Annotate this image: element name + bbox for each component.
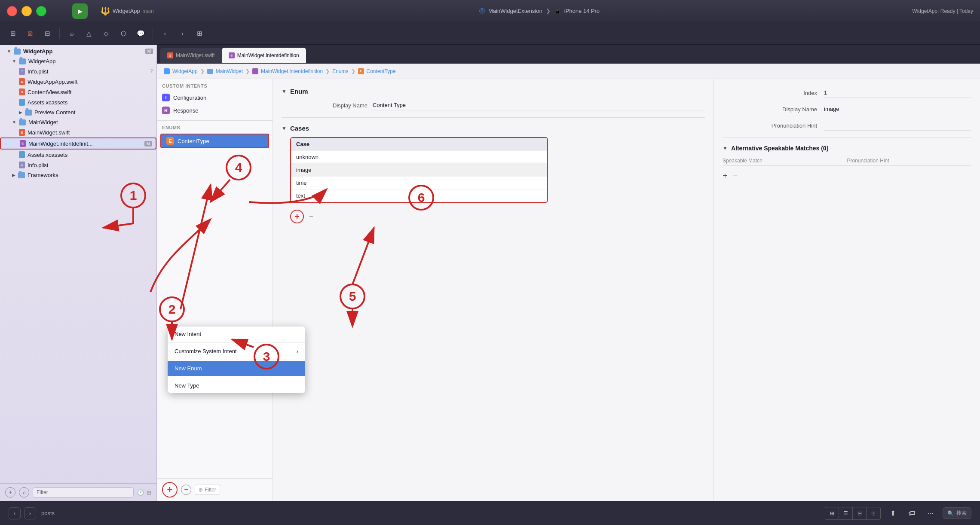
- add-enum-button[interactable]: +: [162, 482, 178, 498]
- share-button[interactable]: ⬆: [886, 507, 900, 520]
- detail-displayname-value[interactable]: image: [824, 104, 971, 114]
- sidebar-item-widgetapp-folder[interactable]: ▼ WidgetApp: [0, 56, 156, 66]
- case-image-row[interactable]: image: [291, 164, 547, 177]
- breadcrumb-widgetapp[interactable]: WidgetApp: [172, 68, 198, 74]
- folder-icon: [14, 49, 21, 55]
- minimize-button[interactable]: [21, 6, 32, 16]
- sidebar-item-root[interactable]: ▼ WidgetApp M: [0, 45, 156, 56]
- phone-icon: 📱: [554, 8, 561, 14]
- sidebar-toggle-button[interactable]: ⊞: [6, 27, 20, 40]
- add-file-button[interactable]: +: [5, 487, 15, 498]
- case-label: unknown: [296, 154, 318, 160]
- index-value[interactable]: 1: [824, 88, 971, 98]
- sidebar-item-preview-content[interactable]: ▶ Preview Content: [0, 107, 156, 117]
- sidebar-item-intentdefinition[interactable]: ◎ MainWidget.intentdefinit... M: [0, 137, 156, 150]
- clock-icon[interactable]: 🕐: [137, 489, 144, 496]
- dropdown-new-intent[interactable]: New Intent: [168, 327, 305, 342]
- dropdown-new-enum[interactable]: New Enum: [168, 361, 305, 376]
- filter-button[interactable]: ⊕ Filter: [195, 485, 220, 495]
- alt-minus-button[interactable]: −: [733, 171, 738, 181]
- remove-button[interactable]: −: [181, 485, 191, 495]
- alt-add-button[interactable]: +: [723, 171, 728, 181]
- run-button[interactable]: [72, 3, 88, 19]
- dropdown-new-type[interactable]: New Type: [168, 378, 305, 393]
- tag-button[interactable]: 🏷: [905, 507, 919, 520]
- panel-columns-btn[interactable]: ⊟: [853, 507, 867, 519]
- response-label: Response: [173, 107, 199, 114]
- bottom-nav-back[interactable]: ‹: [9, 507, 21, 519]
- sidebar-item-info-plist[interactable]: ☰ Info.plist ?: [0, 66, 156, 76]
- tab-mainwidget-swift[interactable]: S MainWidget.swift: [160, 48, 222, 63]
- case-header-label: Case: [296, 141, 309, 147]
- app-breadcrumb-icon: [164, 68, 170, 74]
- dropdown-item-label: New Type: [175, 382, 199, 389]
- sidebar-item-contentview-swift[interactable]: S ContentView.swift: [0, 87, 156, 97]
- sidebar-item-mainwidget-folder[interactable]: ▼ MainWidget: [0, 117, 156, 127]
- intent-left-panel: CUSTOM INTENTS I Configuration R Respons…: [157, 79, 273, 501]
- search-button[interactable]: ⌕: [65, 27, 79, 40]
- speech-button[interactable]: 💬: [134, 27, 147, 40]
- panel-detail-btn[interactable]: ⊡: [867, 507, 880, 519]
- breakpoint-button[interactable]: ◇: [99, 27, 113, 40]
- case-text-row[interactable]: text: [291, 189, 547, 202]
- nav-forward[interactable]: ›: [175, 27, 189, 40]
- nav-back[interactable]: ‹: [158, 27, 172, 40]
- dropdown-item-label: Customize System Intent: [175, 348, 237, 354]
- scheme-menu-button[interactable]: ⊟: [40, 27, 54, 40]
- breadcrumb-mainwidget[interactable]: MainWidget: [216, 68, 243, 74]
- badge-m: M: [145, 49, 153, 54]
- traffic-lights: [7, 6, 46, 16]
- collapse-alt-arrow[interactable]: ▼: [723, 145, 728, 151]
- breadcrumb-contenttype[interactable]: ContentType: [367, 68, 396, 74]
- dropdown-item-label: New Intent: [175, 331, 201, 337]
- display-name-value[interactable]: Content Type: [373, 100, 705, 110]
- more-button[interactable]: ···: [924, 507, 937, 520]
- panel-list-btn[interactable]: ☰: [839, 507, 853, 519]
- pronunciation-value[interactable]: [824, 120, 971, 131]
- maximize-button[interactable]: [36, 6, 46, 16]
- add-case-button[interactable]: +: [290, 210, 304, 223]
- bottom-nav-forward[interactable]: ›: [24, 507, 36, 519]
- cases-section-title: Cases: [290, 125, 309, 132]
- breadcrumb-intentdefinition[interactable]: MainWidget.intentdefinition: [261, 68, 323, 74]
- sidebar-item-frameworks[interactable]: ▶ Frameworks: [0, 170, 156, 180]
- cases-section-header: ▼ Cases: [282, 125, 705, 132]
- sidebar-item-mainwidget-swift[interactable]: S MainWidget.swift: [0, 127, 156, 137]
- enum-breadcrumb-icon: E: [358, 68, 364, 74]
- toolbar: ⊞ ⊠ ⊟ ⌕ △ ◇ ⬡ 💬 ‹ › ⊞: [0, 22, 980, 45]
- case-time-row[interactable]: time: [291, 177, 547, 189]
- add-icon[interactable]: ⊞: [147, 489, 151, 496]
- dropdown-customize-system-intent[interactable]: Customize System Intent ›: [168, 344, 305, 359]
- bottom-search-input[interactable]: 🔍 搜索: [943, 507, 971, 519]
- divider-1: [59, 28, 60, 39]
- app-title: WidgetApp: [113, 8, 140, 14]
- stamp-button[interactable]: ⬡: [116, 27, 130, 40]
- configuration-item[interactable]: I Configuration: [157, 91, 273, 104]
- sidebar-item-assets[interactable]: Assets.xcassets: [0, 97, 156, 107]
- sidebar-item-assets-mainwidget[interactable]: Assets.xcassets: [0, 150, 156, 160]
- close-button[interactable]: [7, 6, 17, 16]
- stop-button[interactable]: ⊠: [23, 27, 37, 40]
- alt-table-header: Speakable Match Pronunciation Hint: [723, 158, 971, 166]
- scheme-selector[interactable]: 🔱 WidgetApp main: [101, 6, 154, 16]
- warning-button[interactable]: △: [82, 27, 96, 40]
- build-status: WidgetApp: Ready | Today: [912, 8, 973, 14]
- dropdown-divider-2: [168, 360, 305, 360]
- response-item[interactable]: R Response: [157, 104, 273, 117]
- device-label: MainWidgetExtension: [488, 8, 542, 14]
- alt-footer: + −: [723, 171, 971, 181]
- sidebar-filter-input[interactable]: Filter: [33, 487, 134, 498]
- remove-case-button[interactable]: −: [307, 212, 315, 221]
- tab-intentdefinition[interactable]: ◎ MainWidget.intentdefinition: [222, 48, 306, 63]
- contenttype-item[interactable]: E ContentType: [160, 134, 269, 148]
- breadcrumb-enums[interactable]: Enums: [332, 68, 348, 74]
- configuration-label: Configuration: [173, 95, 206, 101]
- sidebar-item-infoplist-mainwidget[interactable]: ☰ Info.plist: [0, 160, 156, 170]
- sidebar-item-widgetappapp-swift[interactable]: S WidgetAppApp.swift: [0, 76, 156, 87]
- collapse-enum-arrow[interactable]: ▼: [282, 89, 287, 95]
- panel-grid-btn[interactable]: ⊞: [825, 507, 839, 519]
- cases-section: ▼ Cases Case unknown im: [282, 125, 705, 223]
- collapse-cases-arrow[interactable]: ▼: [282, 125, 287, 131]
- case-unknown-row[interactable]: unknown: [291, 151, 547, 164]
- grid-button[interactable]: ⊞: [193, 27, 206, 40]
